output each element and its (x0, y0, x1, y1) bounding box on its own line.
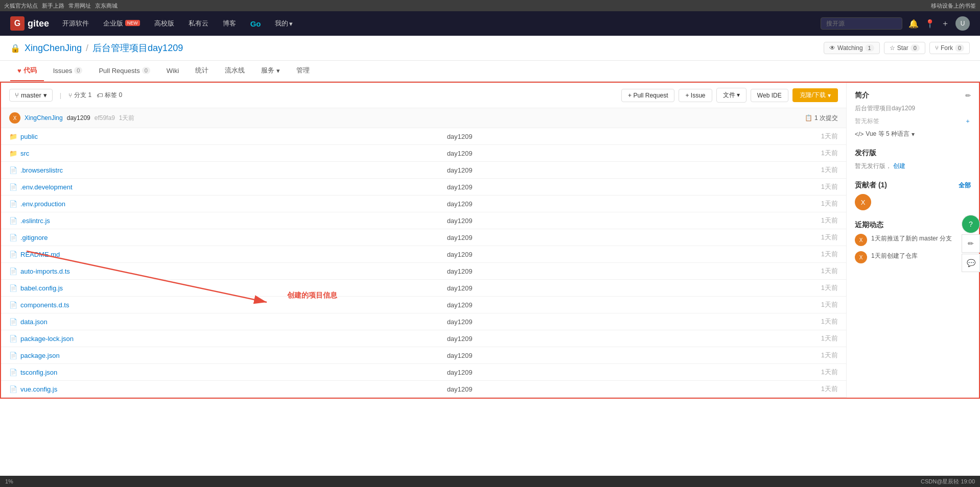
file-name-link[interactable]: 📄 README.md (9, 251, 431, 258)
browser-tab[interactable]: 京东商城 (95, 2, 118, 10)
pull-request-button[interactable]: + Pull Request (621, 89, 674, 102)
table-row: 📄 data.json day1209 1天前 (1, 313, 846, 330)
sidebar-release-text: 暂无发行版， 创建 (855, 162, 971, 171)
title-separator: / (86, 43, 88, 54)
tab-pipeline[interactable]: 流水线 (218, 61, 252, 81)
search-input[interactable] (821, 17, 902, 30)
tab-code[interactable]: ♥ 代码 (10, 61, 44, 81)
commit-hash[interactable]: ef59fa9 (95, 114, 115, 121)
contributors-all-link[interactable]: 全部 (959, 181, 971, 190)
file-name-link[interactable]: 📄 components.d.ts (9, 301, 431, 309)
file-name-link[interactable]: 📄 .browserslistrc (9, 166, 431, 174)
file-name-link[interactable]: 📁 public (9, 133, 431, 140)
tab-stats[interactable]: 统计 (188, 61, 216, 81)
issue-button[interactable]: + Issue (679, 89, 712, 102)
file-name-link[interactable]: 📄 auto-imports.d.ts (9, 267, 431, 275)
sidebar: 简介 ✏ 后台管理项目day1209 暂无标签 ＋ </> Vue 等 5 种语… (846, 83, 979, 398)
plus-icon[interactable]: ＋ (941, 18, 949, 29)
watch-label: Watching (837, 44, 863, 52)
dropdown-icon: ▾ (289, 20, 293, 28)
browser-tab[interactable]: 新手上路 (42, 2, 64, 10)
file-name-link[interactable]: 📁 src (9, 150, 431, 157)
branch-dropdown-icon: ▾ (43, 91, 47, 99)
web-ide-button[interactable]: Web IDE (751, 89, 788, 102)
file-name-link[interactable]: 📄 babel.config.js (9, 284, 431, 292)
file-message: day1209 (439, 313, 666, 330)
tab-manage-label: 管理 (296, 66, 310, 75)
file-name-text: package-lock.json (20, 335, 74, 343)
divider: | (60, 91, 61, 99)
language-row[interactable]: </> Vue 等 5 种语言 ▾ (855, 130, 971, 138)
file-time: 1天前 (665, 179, 846, 196)
commit-author[interactable]: XingChenJing (25, 114, 63, 121)
file-name-link[interactable]: 📄 tsconfig.json (9, 369, 431, 376)
file-name-text: .env.development (20, 183, 73, 191)
tags-link[interactable]: 🏷 标签 0 (97, 91, 122, 100)
edit-icon[interactable]: ✏ (965, 92, 971, 100)
file-name-link[interactable]: 📄 .gitignore (9, 234, 431, 241)
file-name-link[interactable]: 📄 .eslintrc.js (9, 217, 431, 225)
file-message: day1209 (439, 246, 666, 263)
browser-tab[interactable]: 火狐官方站点 (4, 2, 38, 10)
file-message: day1209 (439, 196, 666, 212)
nav-mine[interactable]: 我的 ▾ (272, 17, 296, 30)
file-message: day1209 (439, 128, 666, 145)
sidebar-intro-section: 简介 ✏ 后台管理项目day1209 暂无标签 ＋ </> Vue 等 5 种语… (855, 91, 971, 138)
nav-blog[interactable]: 博客 (220, 17, 239, 30)
file-time: 1天前 (665, 347, 846, 364)
edit-float-button[interactable]: ✏ (962, 234, 980, 253)
chat-float-button[interactable]: 💬 (962, 254, 980, 272)
star-button[interactable]: ☆ Star 0 (884, 42, 925, 54)
tab-services[interactable]: 服务 ▾ (254, 61, 287, 81)
release-create-link[interactable]: 创建 (893, 162, 905, 169)
file-time: 1天前 (665, 330, 846, 347)
tab-wiki[interactable]: Wiki (159, 62, 186, 81)
fork-count: 0 (955, 44, 964, 52)
repo-name-link[interactable]: 后台管理项目day1209 (92, 42, 183, 54)
file-name-link[interactable]: 📄 data.json (9, 318, 431, 326)
file-name-link[interactable]: 📄 .env.development (9, 183, 431, 191)
nav-opensource[interactable]: 开源软件 (59, 17, 92, 30)
file-button[interactable]: 文件 ▾ (716, 88, 746, 103)
nav-go[interactable]: Go (247, 17, 264, 30)
tab-pullrequests[interactable]: Pull Requests 0 (91, 62, 157, 81)
sidebar-contributors-title: 贡献者 (1) 全部 (855, 181, 971, 190)
tab-manage[interactable]: 管理 (289, 61, 317, 81)
file-name-link[interactable]: 📄 .env.production (9, 200, 431, 208)
file-message: day1209 (439, 280, 666, 297)
logo-icon: G (10, 16, 25, 31)
nav-private[interactable]: 私有云 (185, 17, 212, 30)
file-name-text: package.json (20, 352, 60, 359)
tab-stats-label: 统计 (195, 66, 208, 75)
tab-issues[interactable]: Issues 0 (46, 62, 90, 81)
clone-download-button[interactable]: 克隆/下载 ▾ (792, 88, 838, 102)
star-icon: ☆ (890, 44, 895, 52)
repo-header: 🔒 XingChenJing / 后台管理项目day1209 👁 Watchin… (0, 36, 980, 61)
fork-button[interactable]: ⑂ Fork 0 (929, 42, 970, 54)
table-row: 📄 .env.development day1209 1天前 (1, 179, 846, 196)
contributor-avatar[interactable]: X (855, 194, 871, 210)
nav-university[interactable]: 高校版 (151, 17, 177, 30)
file-name-link[interactable]: 📄 vue.config.js (9, 385, 431, 393)
file-time: 1天前 (665, 128, 846, 145)
add-tag-icon[interactable]: ＋ (965, 117, 971, 126)
watch-count: 1 (865, 44, 874, 52)
watch-button[interactable]: 👁 Watching 1 (824, 42, 880, 54)
bell-icon[interactable]: 🔔 (908, 19, 919, 29)
table-row: 📄 tsconfig.json day1209 1天前 (1, 364, 846, 381)
file-list: 📁 public day1209 1天前 📁 src day1209 1天前 📄… (1, 128, 846, 398)
file-name-link[interactable]: 📄 package.json (9, 352, 431, 359)
help-float-button[interactable]: ? (962, 215, 980, 233)
nav-enterprise[interactable]: 企业版 NEW (100, 17, 143, 30)
branch-selector[interactable]: ⑂ master ▾ (9, 89, 53, 102)
logo-text: gitee (28, 18, 49, 29)
tag-placeholder: 暂无标签 ＋ (855, 117, 971, 126)
repo-owner-link[interactable]: XingChenJing (25, 43, 82, 54)
avatar[interactable]: U (955, 16, 970, 31)
branches-link[interactable]: ⑂ 分支 1 (68, 91, 91, 100)
logo[interactable]: G gitee (10, 16, 49, 31)
file-name-link[interactable]: 📄 package-lock.json (9, 335, 431, 343)
browser-tab[interactable]: 常用网址 (68, 2, 91, 10)
activity-avatar: X (855, 251, 867, 263)
location-icon[interactable]: 📍 (925, 19, 935, 29)
